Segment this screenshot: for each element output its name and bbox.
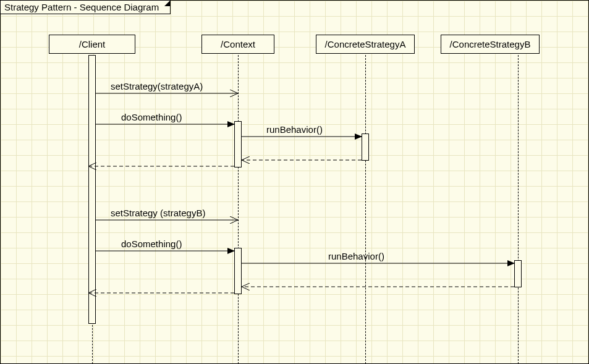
participant-strategy-a: /ConcreteStrategyA [316,35,415,54]
participant-strategy-b-label: /ConcreteStrategyB [450,39,531,49]
activation-strategy-b [514,260,522,287]
lifeline-strategy-a [365,55,366,364]
diagram-title: Strategy Pattern - Sequence Diagram [4,2,159,12]
message-run-behavior-2: runBehavior() [328,251,384,261]
sequence-diagram-canvas: Strategy Pattern - Sequence Diagram /Cli… [0,0,589,364]
message-run-behavior-1: runBehavior() [266,124,323,135]
lifeline-strategy-b [518,55,519,364]
participant-strategy-a-label: /ConcreteStrategyA [325,39,406,49]
activation-context-2 [234,248,242,294]
participant-client: /Client [49,35,135,54]
participant-strategy-b: /ConcreteStrategyB [441,35,540,54]
activation-client [88,55,96,324]
diagram-title-tab: Strategy Pattern - Sequence Diagram [1,1,171,14]
activation-context-1 [234,121,242,167]
message-set-strategy-b: setStrategy (strategyB) [111,208,205,218]
lifeline-context [238,55,239,364]
message-do-something-2: doSomething() [121,239,182,249]
message-set-strategy-a: setStrategy(strategyA) [111,81,203,91]
message-do-something-1: doSomething() [121,112,182,122]
participant-context: /Context [201,35,274,54]
participant-context-label: /Context [221,39,255,49]
participant-client-label: /Client [79,39,106,49]
activation-strategy-a [362,133,369,161]
